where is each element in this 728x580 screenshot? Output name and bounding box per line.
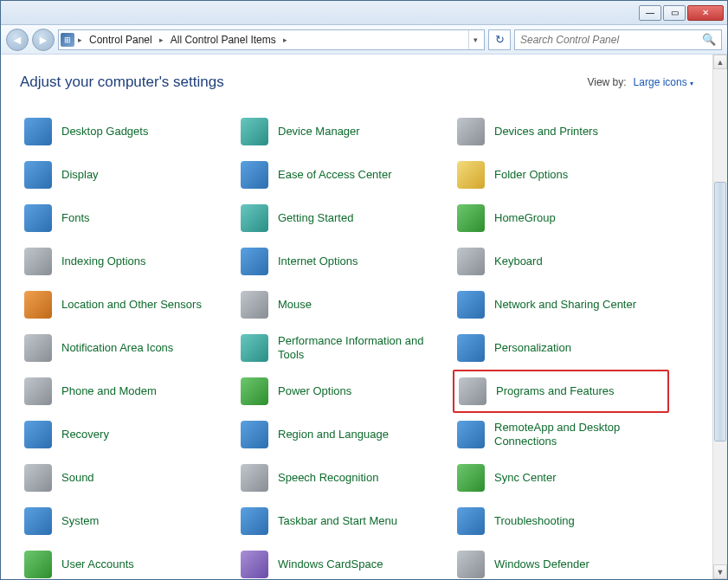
view-by-label: View by: bbox=[587, 76, 626, 88]
item-remoteapp-and-desktop-connections[interactable]: RemoteApp and Desktop Connections bbox=[453, 413, 669, 456]
sync-center-icon bbox=[456, 463, 486, 493]
item-performance-information-and-tools[interactable]: Performance Information and Tools bbox=[236, 326, 453, 370]
performance-information-and-tools-icon bbox=[240, 333, 269, 363]
item-personalization[interactable]: Personalization bbox=[453, 326, 669, 370]
scroll-up-button[interactable]: ▲ bbox=[713, 55, 727, 69]
sound-icon bbox=[23, 463, 53, 493]
item-fonts[interactable]: Fonts bbox=[20, 197, 236, 240]
item-label: Speech Recognition bbox=[278, 471, 378, 485]
item-label: Location and Other Sensors bbox=[61, 298, 202, 312]
view-by-value[interactable]: Large icons ▾ bbox=[634, 76, 693, 88]
item-sync-center[interactable]: Sync Center bbox=[453, 456, 669, 499]
power-options-icon bbox=[240, 377, 269, 406]
taskbar-and-start-menu-icon bbox=[240, 506, 269, 536]
breadcrumb-seg-2[interactable]: All Control Panel Items bbox=[167, 34, 280, 46]
item-label: Sound bbox=[61, 471, 94, 485]
system-icon bbox=[23, 506, 53, 536]
scroll-down-button[interactable]: ▼ bbox=[713, 564, 727, 579]
scroll-thumb[interactable] bbox=[714, 182, 726, 441]
forward-button[interactable]: ► bbox=[32, 29, 55, 51]
item-windows-cardspace[interactable]: Windows CardSpace bbox=[236, 543, 453, 579]
content-area: Adjust your computer's settings View by:… bbox=[1, 55, 712, 579]
personalization-icon bbox=[456, 333, 486, 363]
item-indexing-options[interactable]: Indexing Options bbox=[20, 240, 236, 283]
notification-area-icons-icon bbox=[23, 333, 53, 363]
getting-started-icon bbox=[240, 203, 269, 233]
close-button[interactable]: ✕ bbox=[687, 5, 724, 21]
item-label: User Accounts bbox=[61, 557, 134, 571]
item-label: System bbox=[61, 514, 99, 528]
control-panel-icon: ⊞ bbox=[61, 33, 74, 47]
item-network-and-sharing-center[interactable]: Network and Sharing Center bbox=[453, 283, 669, 326]
search-icon: 🔍 bbox=[702, 33, 716, 46]
speech-recognition-icon bbox=[240, 463, 269, 493]
item-speech-recognition[interactable]: Speech Recognition bbox=[236, 456, 453, 499]
view-by: View by: Large icons ▾ bbox=[587, 76, 693, 88]
folder-options-icon bbox=[456, 160, 486, 190]
keyboard-icon bbox=[456, 247, 486, 276]
minimize-button[interactable]: — bbox=[639, 5, 661, 21]
item-region-and-language[interactable]: Region and Language bbox=[236, 413, 453, 456]
item-label: Keyboard bbox=[494, 255, 543, 268]
item-getting-started[interactable]: Getting Started bbox=[236, 197, 453, 240]
item-system[interactable]: System bbox=[20, 499, 236, 543]
item-internet-options[interactable]: Internet Options bbox=[236, 240, 453, 283]
back-button[interactable]: ◄ bbox=[6, 29, 29, 51]
region-and-language-icon bbox=[240, 420, 269, 449]
item-programs-and-features[interactable]: Programs and Features bbox=[453, 370, 669, 413]
item-sound[interactable]: Sound bbox=[20, 456, 236, 499]
address-bar[interactable]: ⊞ ▸ Control Panel ▸ All Control Panel It… bbox=[58, 29, 485, 50]
devices-and-printers-icon bbox=[456, 117, 486, 146]
item-label: Programs and Features bbox=[496, 384, 615, 398]
windows-defender-icon bbox=[456, 550, 486, 579]
chevron-down-icon: ▾ bbox=[690, 80, 693, 87]
item-power-options[interactable]: Power Options bbox=[236, 370, 453, 413]
search-box[interactable]: 🔍 bbox=[514, 29, 722, 50]
item-keyboard[interactable]: Keyboard bbox=[453, 240, 669, 283]
item-user-accounts[interactable]: User Accounts bbox=[20, 543, 236, 579]
item-label: Sync Center bbox=[494, 471, 557, 485]
item-label: Ease of Access Center bbox=[278, 168, 392, 182]
address-dropdown[interactable]: ▾ bbox=[468, 30, 482, 49]
breadcrumb-arrow-icon: ▸ bbox=[158, 35, 165, 44]
breadcrumb-arrow-icon: ▸ bbox=[76, 35, 84, 44]
item-recovery[interactable]: Recovery bbox=[20, 413, 236, 456]
item-ease-of-access-center[interactable]: Ease of Access Center bbox=[236, 153, 453, 197]
item-location-and-other-sensors[interactable]: Location and Other Sensors bbox=[20, 283, 236, 326]
item-troubleshooting[interactable]: Troubleshooting bbox=[453, 499, 669, 543]
item-label: RemoteApp and Desktop Connections bbox=[494, 421, 659, 449]
item-notification-area-icons[interactable]: Notification Area Icons bbox=[20, 326, 236, 370]
item-label: Network and Sharing Center bbox=[494, 298, 636, 312]
item-label: Personalization bbox=[494, 341, 571, 355]
refresh-button[interactable]: ↻ bbox=[488, 29, 511, 50]
item-mouse[interactable]: Mouse bbox=[236, 283, 453, 326]
remoteapp-and-desktop-connections-icon bbox=[456, 420, 486, 449]
scroll-track[interactable] bbox=[713, 69, 727, 564]
item-desktop-gadgets[interactable]: Desktop Gadgets bbox=[20, 110, 236, 153]
item-label: Windows Defender bbox=[494, 557, 589, 571]
item-homegroup[interactable]: HomeGroup bbox=[453, 197, 669, 240]
header-row: Adjust your computer's settings View by:… bbox=[20, 74, 712, 91]
item-label: Performance Information and Tools bbox=[278, 334, 442, 363]
item-phone-and-modem[interactable]: Phone and Modem bbox=[20, 370, 236, 413]
breadcrumb-seg-1[interactable]: Control Panel bbox=[86, 34, 156, 46]
item-label: Indexing Options bbox=[61, 255, 146, 268]
item-folder-options[interactable]: Folder Options bbox=[453, 153, 669, 197]
maximize-button[interactable]: ▭ bbox=[663, 5, 686, 21]
item-label: Getting Started bbox=[278, 211, 353, 225]
item-label: Internet Options bbox=[278, 255, 358, 268]
item-label: Device Manager bbox=[278, 125, 360, 139]
item-label: Phone and Modem bbox=[61, 384, 157, 398]
item-label: Notification Area Icons bbox=[61, 341, 173, 355]
item-label: Folder Options bbox=[494, 168, 568, 182]
vertical-scrollbar[interactable]: ▲ ▼ bbox=[712, 55, 727, 579]
item-display[interactable]: Display bbox=[20, 153, 236, 197]
phone-and-modem-icon bbox=[23, 377, 53, 406]
item-device-manager[interactable]: Device Manager bbox=[236, 110, 453, 153]
item-label: Region and Language bbox=[278, 428, 389, 441]
item-windows-defender[interactable]: Windows Defender bbox=[453, 543, 669, 579]
item-devices-and-printers[interactable]: Devices and Printers bbox=[453, 110, 669, 153]
search-input[interactable] bbox=[520, 30, 702, 49]
item-label: Fonts bbox=[61, 211, 90, 225]
item-taskbar-and-start-menu[interactable]: Taskbar and Start Menu bbox=[236, 499, 453, 543]
